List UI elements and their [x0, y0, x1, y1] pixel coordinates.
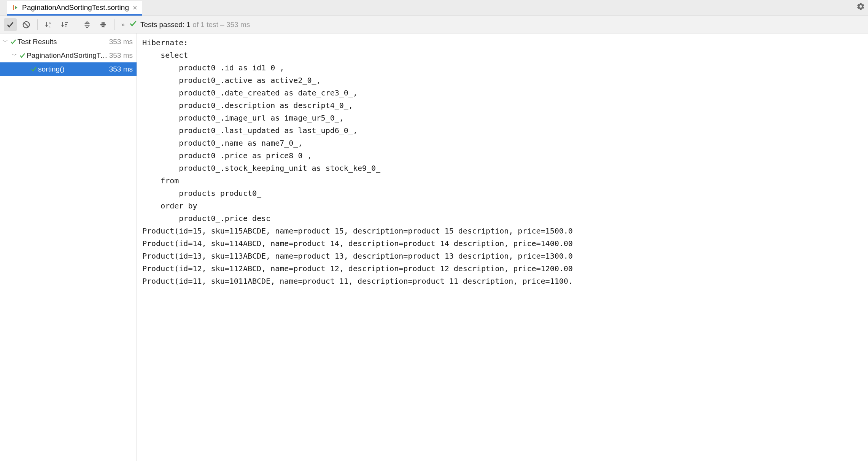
console-output[interactable]: Hibernate: select product0_.id as id1_0_…	[137, 33, 868, 461]
status-passed-count: 1	[186, 21, 191, 29]
test-tree[interactable]: ﹀ Test Results 353 ms ﹀ PaginationAndSor…	[0, 33, 137, 461]
chevron-down-icon[interactable]: ﹀	[11, 52, 18, 59]
more-actions-icon[interactable]: »	[121, 21, 124, 28]
status-time: 353 ms	[226, 21, 250, 29]
check-icon	[18, 52, 27, 59]
run-config-icon	[11, 4, 18, 11]
show-passed-button[interactable]	[4, 18, 17, 31]
check-icon	[129, 19, 137, 30]
close-icon[interactable]: ×	[133, 4, 137, 11]
sort-alphabetically-button[interactable]: az	[42, 18, 55, 31]
expand-all-button[interactable]	[81, 18, 94, 31]
settings-button[interactable]	[857, 2, 865, 13]
status-text: Tests passed: 1 of 1 test – 353 ms	[140, 21, 250, 29]
check-icon	[9, 38, 17, 45]
main-area: ﹀ Test Results 353 ms ﹀ PaginationAndSor…	[0, 33, 868, 461]
chevron-down-icon[interactable]: ﹀	[2, 38, 9, 45]
collapse-all-button[interactable]	[97, 18, 110, 31]
tree-label: Test Results	[17, 38, 109, 46]
show-ignored-button[interactable]	[20, 18, 33, 31]
tree-label: sorting()	[38, 65, 109, 73]
tab-test-run[interactable]: PaginationAndSortingTest.sorting ×	[7, 1, 142, 16]
test-status: Tests passed: 1 of 1 test – 353 ms	[129, 19, 250, 30]
status-prefix: Tests passed:	[140, 21, 186, 29]
svg-rect-4	[65, 24, 67, 25]
tab-bar: PaginationAndSortingTest.sorting ×	[0, 0, 868, 16]
separator	[37, 19, 38, 30]
tree-duration: 353 ms	[109, 51, 133, 60]
svg-rect-3	[65, 22, 68, 23]
tree-class[interactable]: ﹀ PaginationAndSortingTest 353 ms	[0, 49, 137, 62]
tree-test-method[interactable]: sorting() 353 ms	[0, 62, 137, 76]
sort-by-duration-button[interactable]	[58, 18, 71, 31]
tab-label: PaginationAndSortingTest.sorting	[22, 3, 129, 12]
svg-rect-5	[65, 25, 67, 26]
svg-text:a: a	[49, 21, 51, 25]
test-toolbar: az » Tests passed: 1 of 1 test – 353 ms	[0, 16, 868, 33]
check-icon	[30, 66, 38, 73]
separator	[76, 19, 76, 30]
separator	[114, 19, 114, 30]
status-of: of 1 test –	[191, 21, 226, 29]
tree-duration: 353 ms	[109, 38, 133, 46]
tree-label: PaginationAndSortingTest	[27, 51, 109, 60]
tree-duration: 353 ms	[109, 65, 133, 73]
svg-text:z: z	[49, 25, 51, 28]
tree-root[interactable]: ﹀ Test Results 353 ms	[0, 35, 137, 49]
